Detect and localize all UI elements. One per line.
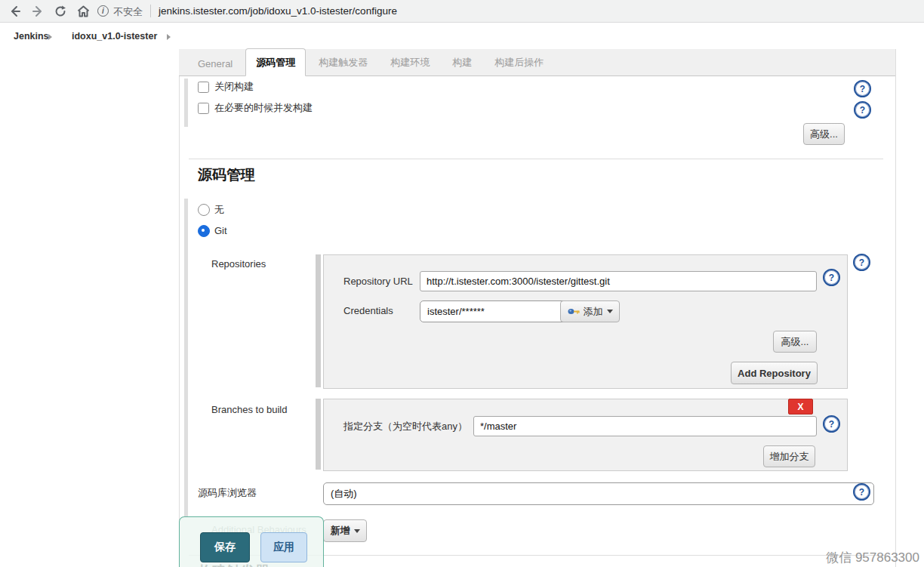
branch-spec-label: 指定分支（为空时代表any）: [343, 421, 467, 433]
apply-button[interactable]: 应用: [260, 532, 307, 562]
scm-none-radio[interactable]: [198, 204, 210, 216]
section-divider: [189, 159, 883, 159]
chevron-down-icon: [354, 529, 360, 533]
concurrent-build-checkbox[interactable]: [198, 103, 209, 114]
key-icon: [568, 307, 580, 316]
help-icon[interactable]: ?: [854, 101, 871, 119]
content-left-border: [179, 76, 180, 567]
credentials-select[interactable]: istester/******: [420, 300, 581, 322]
repo-browser-value: (自动): [331, 487, 357, 501]
config-tab-bar: General 源码管理 构建触发器 构建环境 构建 构建后操作: [179, 49, 895, 76]
omnibox-divider: [150, 5, 151, 17]
content-right-border: [895, 49, 896, 567]
repository-advanced-button[interactable]: 高级...: [773, 331, 817, 353]
address-bar-url[interactable]: jenkins.istester.com/job/idoxu_v1.0-iste…: [159, 5, 397, 17]
scm-git-radio[interactable]: [198, 225, 210, 237]
tab-build-environment[interactable]: 构建环境: [380, 49, 439, 75]
branch-spec-input[interactable]: [473, 416, 817, 436]
breadcrumb-separator-icon: [48, 34, 52, 40]
watermark: 微信 957863300: [826, 549, 919, 566]
breadcrumb: Jenkins idoxu_v1.0-istester: [0, 23, 924, 48]
chevron-down-icon: [607, 310, 613, 313]
security-label[interactable]: 不安全: [113, 5, 143, 19]
refresh-icon[interactable]: [51, 2, 69, 20]
tab-post-build-actions[interactable]: 构建后操作: [485, 49, 553, 75]
disable-build-label[interactable]: 关闭构建: [214, 81, 254, 93]
help-icon[interactable]: ?: [823, 415, 840, 433]
scm-section-title: 源码管理: [198, 165, 255, 185]
tab-build-triggers[interactable]: 构建触发器: [309, 49, 377, 75]
home-icon[interactable]: [74, 2, 92, 20]
breadcrumb-job[interactable]: idoxu_v1.0-istester: [72, 31, 157, 42]
back-icon[interactable]: [6, 2, 24, 20]
help-icon[interactable]: ?: [853, 483, 870, 501]
option-group-indent: [184, 79, 188, 127]
add-repository-button[interactable]: Add Repository: [731, 362, 818, 384]
site-info-icon[interactable]: i: [97, 5, 109, 17]
credentials-label: Credentials: [343, 305, 393, 317]
credentials-value: istester/******: [427, 306, 485, 317]
add-behaviour-label: 新增: [331, 524, 350, 538]
repository-url-label: Repository URL: [343, 276, 413, 288]
delete-branch-button[interactable]: X: [788, 399, 813, 414]
add-credentials-label: 添加: [584, 305, 603, 319]
general-advanced-button[interactable]: 高级...: [803, 123, 845, 145]
add-credentials-button[interactable]: 添加: [560, 300, 620, 322]
scm-group-indent: [184, 199, 188, 516]
breadcrumb-separator-icon: [167, 34, 171, 40]
browser-toolbar: i 不安全 jenkins.istester.com/job/idoxu_v1.…: [0, 0, 924, 23]
add-branch-button[interactable]: 增加分支: [763, 445, 815, 467]
repositories-label: Repositories: [211, 258, 266, 270]
help-icon[interactable]: ?: [823, 269, 840, 286]
tab-general[interactable]: General: [188, 51, 242, 75]
repository-chunk-handle: [316, 254, 321, 387]
jenkins-configure-page: i 不安全 jenkins.istester.com/job/idoxu_v1.…: [0, 0, 924, 567]
save-button[interactable]: 保存: [200, 532, 250, 562]
scm-none-label[interactable]: 无: [214, 204, 224, 216]
repo-browser-select[interactable]: (自动): [323, 482, 874, 505]
help-icon[interactable]: ?: [853, 254, 870, 271]
disable-build-checkbox[interactable]: [198, 82, 209, 93]
repository-url-input[interactable]: [420, 271, 817, 291]
repo-browser-label: 源码库浏览器: [198, 487, 257, 499]
forward-icon[interactable]: [29, 2, 47, 20]
add-behaviour-button[interactable]: 新增: [323, 519, 367, 542]
scm-git-label[interactable]: Git: [214, 225, 227, 237]
breadcrumb-jenkins[interactable]: Jenkins: [14, 31, 49, 42]
tab-source-code-management[interactable]: 源码管理: [245, 48, 306, 76]
branches-to-build-label: Branches to build: [211, 404, 287, 416]
concurrent-build-label[interactable]: 在必要的时候并发构建: [214, 102, 313, 114]
tab-build[interactable]: 构建: [442, 49, 482, 75]
help-icon[interactable]: ?: [854, 80, 871, 97]
branch-chunk-handle: [316, 399, 321, 470]
